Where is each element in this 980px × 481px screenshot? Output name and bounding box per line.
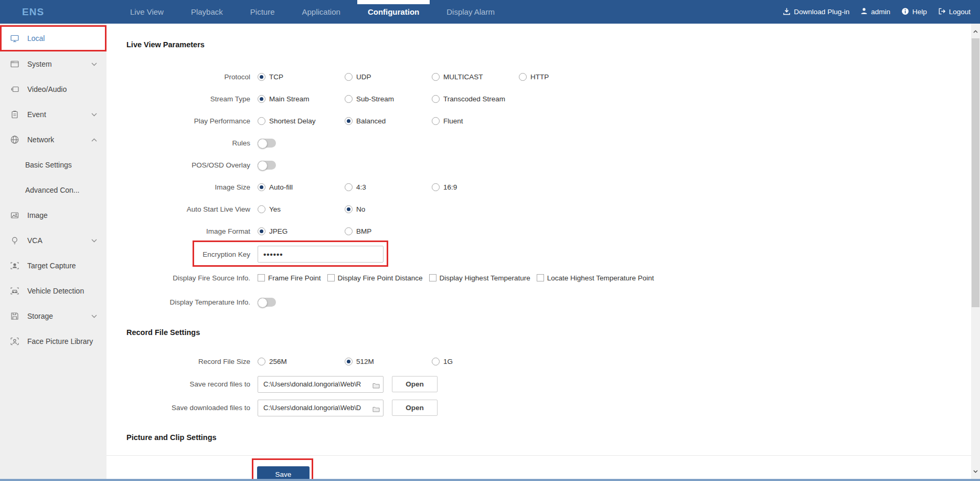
radio-tcp[interactable]: TCP [258, 73, 345, 81]
sidebar-item-vca[interactable]: VCA [0, 228, 106, 253]
rules-label: Rules [106, 139, 250, 147]
radio-no[interactable]: No [345, 205, 432, 213]
radio-4-3[interactable]: 4:3 [345, 183, 432, 191]
tab-application[interactable]: Application [289, 0, 354, 24]
radio-16-9[interactable]: 16:9 [432, 183, 519, 191]
radio-icon[interactable] [345, 227, 353, 235]
floppy-disk-icon [9, 311, 20, 321]
pos-osd-overlay-toggle[interactable] [258, 161, 276, 170]
sidebar-item-vehicle-detection[interactable]: Vehicle Detection [0, 278, 106, 304]
radio-icon[interactable] [258, 227, 265, 235]
sidebar-item-system[interactable]: System [0, 51, 106, 77]
radio-icon[interactable] [345, 95, 353, 103]
save-bar: Save [106, 455, 980, 481]
radio-icon[interactable] [345, 205, 353, 213]
sidebar-item-event[interactable]: Event [0, 102, 106, 127]
radio-icon[interactable] [432, 73, 440, 81]
scroll-up-arrow[interactable] [971, 27, 980, 36]
radio-512m[interactable]: 512M [345, 358, 432, 365]
radio-icon[interactable] [345, 358, 353, 365]
logout-button[interactable]: Logout [938, 7, 971, 17]
sidebar-item-image[interactable]: Image [0, 203, 106, 228]
save-downloaded-files-label: Save downloaded files to [106, 404, 250, 412]
lightbulb-icon [9, 236, 20, 245]
tab-picture[interactable]: Picture [237, 0, 289, 24]
download-path-input[interactable] [258, 400, 384, 416]
radio-icon[interactable] [258, 73, 265, 81]
open-download-folder-button[interactable]: Open [392, 400, 438, 416]
radio-yes[interactable]: Yes [258, 205, 345, 213]
checkbox-icon[interactable] [258, 274, 265, 281]
checkbox-icon[interactable] [429, 274, 436, 281]
checkbox-frame-fire-point[interactable]: Frame Fire Point [258, 274, 321, 282]
encryption-key-label: Encryption Key [106, 250, 250, 258]
radio-icon[interactable] [432, 95, 440, 103]
radio-sub-stream[interactable]: Sub-Stream [345, 95, 432, 103]
sidebar-item-basic-settings[interactable]: Basic Settings [0, 152, 106, 177]
encryption-key-input[interactable] [258, 246, 384, 263]
user-menu[interactable]: admin [860, 7, 890, 16]
tab-live-view[interactable]: Live View [116, 0, 177, 24]
tab-playback[interactable]: Playback [177, 0, 237, 24]
radio-shortest-delay[interactable]: Shortest Delay [258, 117, 345, 125]
checkbox-highest-temperature[interactable]: Display Highest Temperature [429, 274, 530, 282]
record-path-input[interactable] [258, 376, 384, 393]
radio-icon[interactable] [345, 117, 353, 125]
display-icon [9, 85, 20, 94]
tab-display-alarm[interactable]: Display Alarm [433, 0, 508, 24]
checkbox-locate-highest-temperature[interactable]: Locate Highest Temperature Point [537, 274, 654, 282]
sidebar-item-network[interactable]: Network [0, 127, 106, 152]
sidebar-item-target-capture[interactable]: Target Capture [0, 253, 106, 278]
radio-auto-fill[interactable]: Auto-fill [258, 183, 345, 191]
radio-icon[interactable] [432, 183, 440, 191]
radio-icon[interactable] [258, 117, 265, 125]
radio-http[interactable]: HTTP [519, 73, 606, 81]
brand-logo: ENS [0, 0, 58, 24]
radio-bmp[interactable]: BMP [345, 227, 432, 235]
scrollbar-thumb[interactable] [972, 38, 979, 307]
radio-256m[interactable]: 256M [258, 358, 345, 365]
window-bottom-edge [0, 479, 980, 481]
radio-main-stream[interactable]: Main Stream [258, 95, 345, 103]
protocol-label: Protocol [106, 73, 250, 81]
radio-jpeg[interactable]: JPEG [258, 227, 345, 235]
radio-fluent[interactable]: Fluent [432, 117, 519, 125]
folder-icon[interactable] [372, 381, 380, 391]
radio-icon[interactable] [258, 205, 265, 213]
checkbox-fire-point-distance[interactable]: Display Fire Point Distance [327, 274, 423, 282]
rules-toggle[interactable] [258, 139, 276, 148]
radio-udp[interactable]: UDP [345, 73, 432, 81]
tab-configuration[interactable]: Configuration [354, 0, 433, 24]
face-scan-icon [9, 337, 20, 346]
radio-1g[interactable]: 1G [432, 358, 519, 365]
stream-type-row: Stream Type Main Stream Sub-Stream Trans… [106, 88, 980, 110]
checkbox-icon[interactable] [327, 274, 335, 281]
image-format-row: Image Format JPEG BMP [106, 220, 980, 242]
download-plugin-button[interactable]: Download Plug-in [783, 7, 849, 17]
radio-icon[interactable] [345, 183, 353, 191]
rules-row: Rules [106, 132, 980, 154]
radio-icon[interactable] [258, 358, 265, 365]
sidebar-item-storage[interactable]: Storage [0, 304, 106, 329]
open-record-folder-button[interactable]: Open [392, 376, 438, 392]
temperature-info-toggle[interactable] [258, 298, 276, 307]
checkbox-icon[interactable] [537, 274, 544, 281]
radio-icon[interactable] [519, 73, 527, 81]
radio-icon[interactable] [345, 73, 353, 81]
radio-balanced[interactable]: Balanced [345, 117, 432, 125]
sidebar-item-video-audio[interactable]: Video/Audio [0, 77, 106, 102]
sidebar-item-advanced-configuration[interactable]: Advanced Con... [0, 177, 106, 203]
folder-icon[interactable] [372, 405, 380, 414]
chevron-up-icon [91, 138, 97, 142]
help-button[interactable]: Help [901, 7, 927, 17]
radio-icon[interactable] [258, 95, 265, 103]
sidebar-item-face-picture-library[interactable]: Face Picture Library [0, 329, 106, 354]
scroll-down-arrow[interactable] [971, 467, 980, 476]
radio-icon[interactable] [258, 183, 265, 191]
vertical-scrollbar[interactable] [971, 24, 980, 479]
sidebar-item-local[interactable]: Local [0, 25, 106, 51]
radio-multicast[interactable]: MULTICAST [432, 73, 519, 81]
radio-transcoded-stream[interactable]: Transcoded Stream [432, 95, 519, 103]
radio-icon[interactable] [432, 117, 440, 125]
radio-icon[interactable] [432, 358, 440, 365]
